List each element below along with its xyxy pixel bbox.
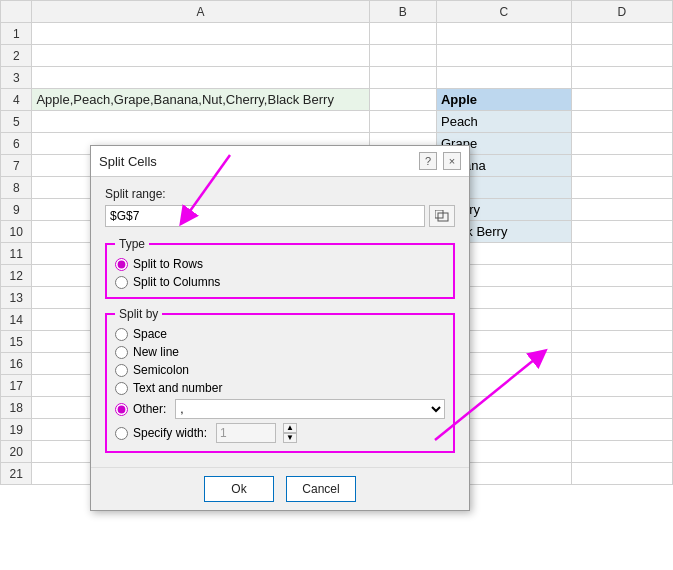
cell-c3[interactable]	[436, 67, 571, 89]
close-button[interactable]: ×	[443, 152, 461, 170]
cell-d4[interactable]	[571, 89, 672, 111]
row-num: 21	[1, 463, 32, 485]
new-line-row: New line	[115, 343, 445, 361]
space-row: Space	[115, 325, 445, 343]
specify-width-radio[interactable]	[115, 427, 128, 440]
specify-width-label: Specify width:	[133, 426, 207, 440]
split-range-row	[105, 205, 455, 227]
row-num: 6	[1, 133, 32, 155]
cell-d5[interactable]	[571, 111, 672, 133]
table-row: 5 Peach	[1, 111, 673, 133]
cancel-button[interactable]: Cancel	[286, 476, 356, 502]
cell-c5[interactable]: Peach	[436, 111, 571, 133]
text-and-number-row: Text and number	[115, 379, 445, 397]
cell-b3[interactable]	[369, 67, 436, 89]
row-num: 14	[1, 309, 32, 331]
row-num: 7	[1, 155, 32, 177]
cell-d17[interactable]	[571, 375, 672, 397]
cell-b4[interactable]	[369, 89, 436, 111]
spreadsheet: A B C D 1 2 3	[0, 0, 673, 570]
table-row: 1	[1, 23, 673, 45]
other-label: Other:	[133, 402, 166, 416]
semicolon-radio[interactable]	[115, 364, 128, 377]
row-num: 1	[1, 23, 32, 45]
range-picker-button[interactable]	[429, 205, 455, 227]
cell-c1[interactable]	[436, 23, 571, 45]
other-radio[interactable]	[115, 403, 128, 416]
cell-b2[interactable]	[369, 45, 436, 67]
table-row: 3	[1, 67, 673, 89]
col-header-d: D	[571, 1, 672, 23]
cell-d7[interactable]	[571, 155, 672, 177]
width-down-button[interactable]: ▼	[283, 433, 297, 443]
row-num: 15	[1, 331, 32, 353]
col-header-c: C	[436, 1, 571, 23]
space-label: Space	[133, 327, 167, 341]
dialog-footer: Ok Cancel	[91, 467, 469, 510]
text-and-number-radio[interactable]	[115, 382, 128, 395]
cell-d16[interactable]	[571, 353, 672, 375]
cell-d15[interactable]	[571, 331, 672, 353]
row-num: 8	[1, 177, 32, 199]
row-num: 17	[1, 375, 32, 397]
space-radio[interactable]	[115, 328, 128, 341]
cell-d10[interactable]	[571, 221, 672, 243]
cell-b5[interactable]	[369, 111, 436, 133]
split-to-columns-radio[interactable]	[115, 276, 128, 289]
text-and-number-label: Text and number	[133, 381, 222, 395]
cell-a1[interactable]	[32, 23, 369, 45]
row-num: 2	[1, 45, 32, 67]
row-num: 18	[1, 397, 32, 419]
cell-a3[interactable]	[32, 67, 369, 89]
row-num: 20	[1, 441, 32, 463]
type-legend: Type	[115, 237, 149, 251]
row-num: 10	[1, 221, 32, 243]
cell-d21[interactable]	[571, 463, 672, 485]
other-select[interactable]: ,	[175, 399, 445, 419]
cell-d12[interactable]	[571, 265, 672, 287]
cell-d8[interactable]	[571, 177, 672, 199]
new-line-radio[interactable]	[115, 346, 128, 359]
row-num: 5	[1, 111, 32, 133]
specify-width-input[interactable]	[216, 423, 276, 443]
cell-a4[interactable]: Apple,Peach,Grape,Banana,Nut,Cherry,Blac…	[32, 89, 369, 111]
dialog-title: Split Cells	[99, 154, 157, 169]
cell-c4[interactable]: Apple	[436, 89, 571, 111]
table-row: 4 Apple,Peach,Grape,Banana,Nut,Cherry,Bl…	[1, 89, 673, 111]
split-cells-dialog: Split Cells ? × Split range: Type	[90, 145, 470, 511]
cell-d9[interactable]	[571, 199, 672, 221]
width-up-button[interactable]: ▲	[283, 423, 297, 433]
cell-d3[interactable]	[571, 67, 672, 89]
row-num: 12	[1, 265, 32, 287]
cell-a2[interactable]	[32, 45, 369, 67]
other-row: Other: ,	[115, 397, 445, 421]
cell-d20[interactable]	[571, 441, 672, 463]
dialog-titlebar: Split Cells ? ×	[91, 146, 469, 177]
cell-d6[interactable]	[571, 133, 672, 155]
cell-d11[interactable]	[571, 243, 672, 265]
help-button[interactable]: ?	[419, 152, 437, 170]
svg-rect-1	[438, 213, 448, 221]
cell-b1[interactable]	[369, 23, 436, 45]
cell-d2[interactable]	[571, 45, 672, 67]
row-num: 4	[1, 89, 32, 111]
dialog-body: Split range: Type Split to Rows	[91, 177, 469, 467]
semicolon-label: Semicolon	[133, 363, 189, 377]
row-num: 3	[1, 67, 32, 89]
cell-a5[interactable]	[32, 111, 369, 133]
ok-button[interactable]: Ok	[204, 476, 274, 502]
col-header-b: B	[369, 1, 436, 23]
split-to-rows-radio[interactable]	[115, 258, 128, 271]
specify-width-row: Specify width: ▲ ▼	[115, 421, 445, 445]
cell-d13[interactable]	[571, 287, 672, 309]
range-picker-icon	[435, 210, 449, 222]
row-num: 16	[1, 353, 32, 375]
dialog-title-buttons: ? ×	[419, 152, 461, 170]
range-input[interactable]	[105, 205, 425, 227]
cell-d14[interactable]	[571, 309, 672, 331]
cell-c2[interactable]	[436, 45, 571, 67]
row-num: 9	[1, 199, 32, 221]
cell-d1[interactable]	[571, 23, 672, 45]
cell-d19[interactable]	[571, 419, 672, 441]
cell-d18[interactable]	[571, 397, 672, 419]
